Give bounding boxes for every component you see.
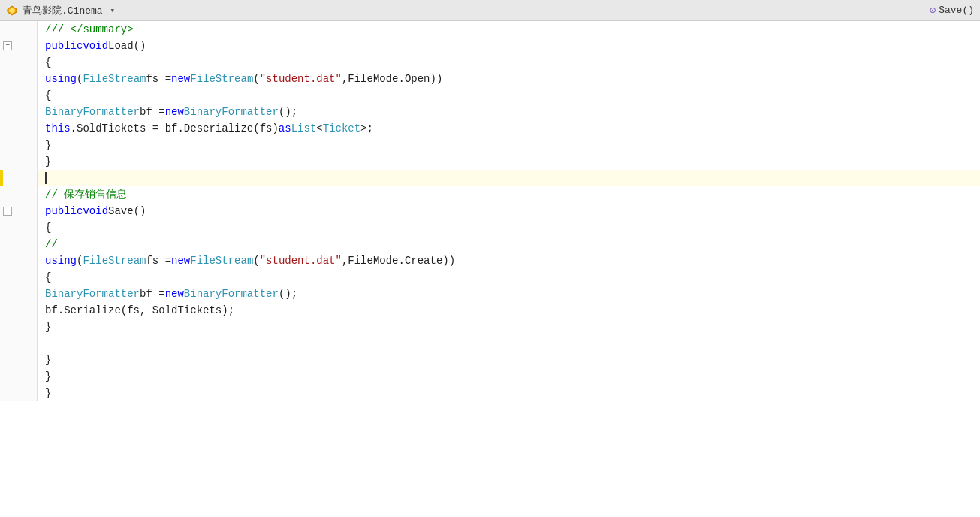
code-line: { (0, 219, 980, 236)
code-line: { (0, 54, 980, 71)
line-content: } (38, 319, 980, 335)
line-gutter (0, 352, 38, 368)
code-token: ( (253, 71, 259, 87)
code-token: FileStream (83, 71, 146, 87)
title-bar: 青鸟影院.Cinema ▾ ⊙ Save() (0, 0, 980, 21)
line-gutter (0, 269, 38, 286)
fold-button[interactable]: − (3, 41, 12, 50)
code-line: } (0, 319, 980, 335)
line-content: using (FileStream fs = new FileStream("s… (38, 252, 980, 269)
code-token: (); (279, 286, 297, 302)
code-line: } (0, 137, 980, 153)
line-gutter (0, 153, 38, 170)
code-token: FileStream (190, 71, 253, 87)
code-token: (); (279, 104, 297, 120)
code-token: as (279, 120, 291, 137)
code-token: new (171, 71, 190, 87)
line-content: bf.Serialize(fs, SoldTickets); (38, 302, 980, 319)
code-token: "student.dat" (260, 71, 342, 87)
line-gutter (0, 252, 38, 269)
code-token: this (45, 120, 71, 137)
app-icon (6, 5, 18, 17)
line-gutter (0, 368, 38, 385)
method-label: Save() (939, 5, 974, 16)
code-token: BinaryFormatter (184, 286, 279, 302)
code-token: void (83, 38, 108, 54)
code-line: } (0, 352, 980, 368)
code-token: ,FileMode.Create)) (342, 252, 455, 269)
code-line: − public void Load() (0, 38, 980, 54)
line-content: public void Save() (38, 203, 980, 219)
line-gutter (0, 319, 38, 335)
line-content: // 保存销售信息 (38, 186, 980, 203)
code-token: Save() (108, 203, 146, 219)
code-token: { (45, 269, 51, 286)
line-content: public void Load() (38, 38, 980, 54)
code-line: /// </summary> (0, 21, 980, 38)
line-content: } (38, 137, 980, 153)
line-content: } (38, 385, 980, 401)
line-gutter (0, 236, 38, 252)
line-gutter (0, 286, 38, 302)
code-token: BinaryFormatter (45, 104, 140, 120)
line-content (38, 335, 980, 352)
method-icon: ⊙ (930, 4, 936, 17)
text-cursor (45, 172, 47, 184)
code-line: // 保存销售信息 (0, 186, 980, 203)
code-line: − public void Save() (0, 203, 980, 219)
line-content (38, 170, 980, 186)
line-gutter: − (0, 38, 38, 54)
line-gutter (0, 170, 38, 186)
code-token: < (316, 120, 322, 137)
code-token: .SoldTickets = bf.Deserialize(fs) (71, 120, 279, 137)
code-line (0, 170, 980, 186)
line-gutter (0, 71, 38, 87)
code-token: } (45, 385, 51, 401)
code-token: FileStream (190, 252, 253, 269)
line-content: // (38, 236, 980, 252)
code-token: } (45, 352, 51, 368)
code-token: /// </summary> (45, 21, 134, 38)
code-line: BinaryFormatter bf = new BinaryFormatter… (0, 104, 980, 120)
code-line: } (0, 368, 980, 385)
code-token: new (165, 286, 184, 302)
line-gutter (0, 104, 38, 120)
code-line: using (FileStream fs = new FileStream("s… (0, 71, 980, 87)
code-token: public (45, 38, 83, 54)
line-content: { (38, 219, 980, 236)
code-line: { (0, 269, 980, 286)
code-editor[interactable]: /// </summary>− public void Load() { usi… (0, 21, 980, 517)
code-token: bf = (140, 286, 165, 302)
line-gutter (0, 335, 38, 352)
fold-button[interactable]: − (3, 207, 12, 216)
code-token: { (45, 54, 51, 71)
code-line: } (0, 385, 980, 401)
code-line: BinaryFormatter bf = new BinaryFormatter… (0, 286, 980, 302)
code-token: } (45, 368, 51, 385)
code-token: BinaryFormatter (45, 286, 140, 302)
code-token: new (165, 104, 184, 120)
line-content: BinaryFormatter bf = new BinaryFormatter… (38, 286, 980, 302)
title-bar-left: 青鸟影院.Cinema ▾ (6, 4, 930, 17)
code-token: ( (77, 252, 83, 269)
code-token: using (45, 71, 77, 87)
code-line: { (0, 87, 980, 104)
code-token: using (45, 252, 77, 269)
title-bar-right: ⊙ Save() (930, 4, 974, 17)
code-token: fs = (146, 71, 171, 87)
line-content: { (38, 87, 980, 104)
code-token: "student.dat" (260, 252, 342, 269)
code-token: // (45, 236, 58, 252)
line-gutter (0, 54, 38, 71)
line-gutter (0, 120, 38, 137)
line-gutter (0, 219, 38, 236)
code-token: } (45, 153, 51, 170)
code-token: Ticket (323, 120, 360, 137)
line-content: } (38, 153, 980, 170)
line-content: using (FileStream fs = new FileStream("s… (38, 71, 980, 87)
title-dropdown[interactable]: ▾ (110, 5, 116, 15)
code-token: BinaryFormatter (184, 104, 279, 120)
code-token: ,FileMode.Open)) (342, 71, 442, 87)
code-token: { (45, 87, 51, 104)
code-token: List (291, 120, 317, 137)
